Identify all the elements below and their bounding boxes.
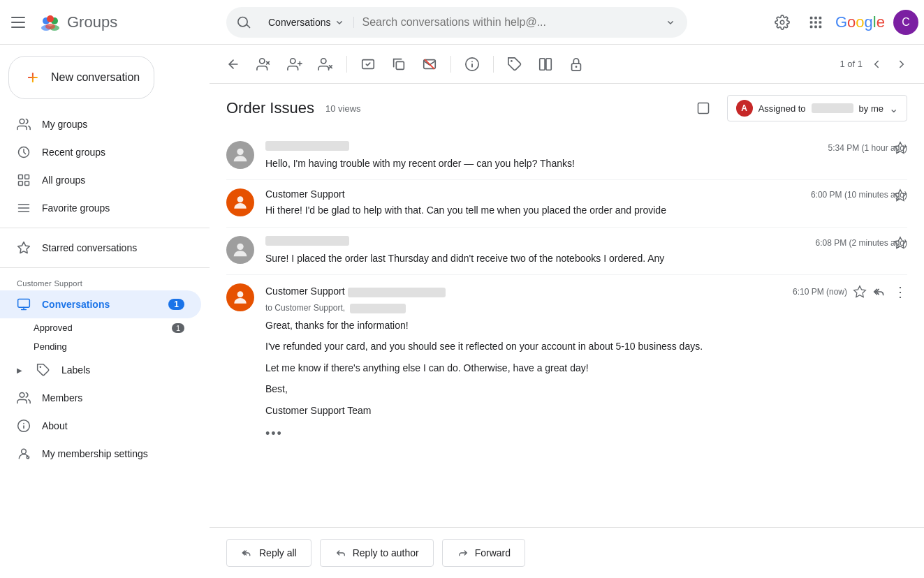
reply-all-icon xyxy=(241,547,254,559)
prev-page-button[interactable] xyxy=(865,53,888,75)
reply-footer: Reply all Reply to author Forward xyxy=(210,527,924,578)
svg-point-43 xyxy=(237,243,243,249)
info-icon[interactable] xyxy=(460,52,485,77)
duplicate-icon[interactable] xyxy=(386,52,411,77)
about-icon xyxy=(17,419,31,433)
assigned-name xyxy=(812,103,853,113)
msg4-reply-all-icon[interactable] xyxy=(872,284,888,299)
msg4-more-button[interactable]: ⋮ xyxy=(893,283,907,300)
msg4-body: Customer Support 6:10 PM (now) xyxy=(265,283,907,444)
search-dropdown-right-icon[interactable] xyxy=(665,17,676,28)
search-input[interactable] xyxy=(362,16,660,29)
toolbar-sep-1 xyxy=(346,56,347,73)
svg-point-30 xyxy=(321,58,326,63)
sidebar-item-starred[interactable]: Starred conversations xyxy=(0,234,201,262)
sidebar-sub-approved[interactable]: Approved 1 xyxy=(0,318,201,337)
new-conv-label: New conversation xyxy=(51,71,140,84)
next-page-button[interactable] xyxy=(890,53,913,75)
search-filter-dropdown[interactable]: Conversations xyxy=(260,17,354,28)
sidebar-divider-2 xyxy=(0,267,210,268)
pagination: 1 of 1 xyxy=(839,53,913,75)
msg3-star-button[interactable] xyxy=(893,236,907,250)
recent-groups-label: Recent groups xyxy=(42,147,105,158)
logo-text: Groups xyxy=(67,13,117,31)
sidebar-item-recent-groups[interactable]: Recent groups xyxy=(0,138,201,166)
reply-to-author-button[interactable]: Reply to author xyxy=(320,539,434,567)
sidebar-item-my-groups[interactable]: My groups xyxy=(0,110,201,138)
new-conversation-button[interactable]: New conversation xyxy=(8,56,154,99)
sidebar-item-all-groups[interactable]: All groups xyxy=(0,166,201,194)
msg4-sender: Customer Support xyxy=(265,286,345,297)
menu-icon[interactable] xyxy=(6,11,31,34)
msg2-text: Hi there! I'd be glad to help with that.… xyxy=(265,202,907,218)
msg4-line3: Let me know if there's anything else I c… xyxy=(265,360,907,376)
msg4-to-recipient xyxy=(350,304,406,313)
svg-rect-21 xyxy=(25,181,29,186)
sidebar-sub-pending[interactable]: Pending xyxy=(0,337,201,356)
toolbar-sep-3 xyxy=(493,56,494,73)
tag-icon[interactable] xyxy=(502,52,527,77)
add-member-icon[interactable] xyxy=(282,52,307,77)
msg4-star-button[interactable] xyxy=(853,285,867,299)
msg1-body: 5:34 PM (1 hour ago) Hello, I'm having t… xyxy=(265,141,907,171)
msg2-star-button[interactable] xyxy=(893,188,907,202)
sidebar-item-membership[interactable]: My membership settings xyxy=(0,440,201,468)
topbar: Groups Conversations xyxy=(0,0,924,45)
svg-point-6 xyxy=(45,24,55,29)
thread-title: Order Issues xyxy=(226,99,314,117)
apps-icon[interactable] xyxy=(802,8,830,36)
svg-rect-19 xyxy=(25,175,29,179)
remove-member-icon[interactable] xyxy=(251,52,277,77)
msg3-preview: Sure! I placed the order last Thursday a… xyxy=(265,253,664,264)
svg-point-5 xyxy=(47,15,54,22)
assigned-badge[interactable]: A Assigned to by me ⌄ xyxy=(727,95,907,121)
msg4-avatar xyxy=(226,283,254,311)
no-email-icon[interactable] xyxy=(417,52,442,77)
msg1-preview: Hello, I'm having trouble with my recent… xyxy=(265,158,575,169)
settings-icon[interactable] xyxy=(768,8,796,36)
thread-views: 10 views xyxy=(325,103,361,114)
favorite-groups-label: Favorite groups xyxy=(42,202,110,214)
sidebar-item-about[interactable]: About xyxy=(0,412,201,440)
conversations-label: Conversations xyxy=(42,299,110,310)
starred-icon xyxy=(17,241,31,255)
labels-expand-icon: ▶ xyxy=(17,366,22,374)
msg4-ellipsis[interactable]: ••• xyxy=(265,424,907,444)
sidebar-item-members[interactable]: Members xyxy=(0,384,201,412)
assigned-chevron-icon: ⌄ xyxy=(889,102,898,115)
sidebar-item-labels[interactable]: ▶ Labels xyxy=(0,356,201,384)
sidebar-item-favorite-groups[interactable]: Favorite groups xyxy=(0,194,201,222)
approved-label: Approved xyxy=(34,323,73,333)
topbar-right: Google C xyxy=(768,8,918,36)
msg3-header: 6:08 PM (2 minutes ago) xyxy=(265,236,907,248)
starred-label: Starred conversations xyxy=(42,242,137,253)
about-label: About xyxy=(42,420,68,431)
forward-icon xyxy=(457,547,469,559)
back-button[interactable] xyxy=(221,52,246,77)
svg-point-42 xyxy=(237,197,244,203)
svg-point-26 xyxy=(22,449,27,454)
dropdown-arrow-icon xyxy=(334,17,345,28)
content-area: 1 of 1 Order Issues 10 views xyxy=(210,45,924,578)
svg-rect-8 xyxy=(814,16,817,19)
msg2-preview: Hi there! I'd be glad to help with that.… xyxy=(265,205,666,216)
split-icon[interactable] xyxy=(533,52,558,77)
msg1-avatar xyxy=(226,141,254,169)
forward-label: Forward xyxy=(475,547,511,558)
all-groups-label: All groups xyxy=(42,175,85,186)
reply-all-button[interactable]: Reply all xyxy=(226,539,311,567)
svg-rect-7 xyxy=(810,16,813,19)
user-avatar[interactable]: C xyxy=(893,10,918,35)
svg-rect-37 xyxy=(546,58,551,70)
sidebar-item-conversations[interactable]: Conversations 1 xyxy=(0,290,201,318)
lock-icon[interactable] xyxy=(564,52,589,77)
ban-member-icon[interactable] xyxy=(313,52,338,77)
msg3-avatar xyxy=(226,236,254,264)
svg-point-29 xyxy=(291,58,295,63)
msg4-text: Great, thanks for the information! I've … xyxy=(265,318,907,444)
msg1-star-button[interactable] xyxy=(893,141,907,155)
svg-rect-12 xyxy=(819,21,822,24)
thread-checkbox[interactable] xyxy=(696,101,710,115)
mark-read-icon[interactable] xyxy=(355,52,381,77)
forward-button[interactable]: Forward xyxy=(442,539,525,567)
